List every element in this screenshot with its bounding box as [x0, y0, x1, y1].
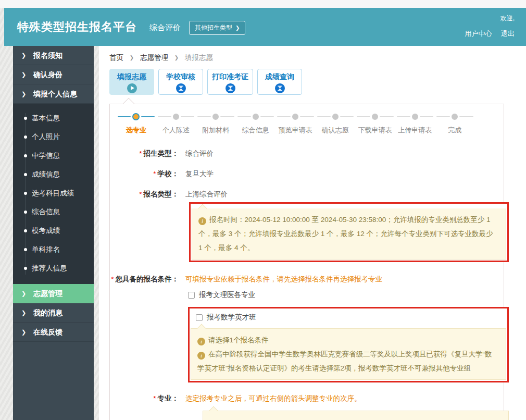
sidebar-item-personal-info[interactable]: 填报个人信息 [13, 84, 94, 104]
status-tabs: 填报志愿 学校审核 打印准考证 成绩查询 [109, 69, 526, 95]
info-icon [197, 352, 205, 360]
step-dot [452, 114, 458, 120]
tab-fill-volunteer[interactable]: 填报志愿 [109, 69, 154, 95]
step-additional-materials: 附加材料 [196, 113, 236, 135]
sidebar-subitem-photo[interactable]: 个人照片 [13, 128, 94, 146]
sidebar-item-online-feedback[interactable]: 在线反馈 [13, 323, 94, 342]
user-center-link[interactable]: 用户中心 [465, 30, 492, 38]
row-major: *专业： 选定报考专业之后，可通过右侧的箭头调整专业的次序。 [110, 394, 504, 403]
sidebar-item-identity[interactable]: 确认身份 [13, 65, 94, 84]
chevron-right-icon: ❯ [235, 25, 240, 31]
step-dot [212, 114, 219, 120]
sidebar-subitem-comprehensive-info[interactable]: 综合信息 [13, 203, 94, 221]
tab-school-review[interactable]: 学校审核 [158, 69, 203, 95]
step-personal-statement: 个人陈述 [156, 113, 196, 135]
required-marker: * [111, 275, 114, 283]
apply-type-value: 上海综合评价 [185, 190, 228, 199]
app-title: 特殊类型招生报名平台 [17, 19, 137, 35]
logout-link[interactable]: 退出 [501, 30, 515, 38]
info-icon [198, 217, 206, 225]
step-complete: 完成 [435, 113, 475, 135]
chevron-right-icon [21, 91, 26, 97]
sidebar-subsection: 基本信息 个人照片 中学信息 成绩信息 选考科目成绩 综合信息 模考成绩 单科排… [13, 104, 94, 284]
sidebar-subitem-subject-rank[interactable]: 单科排名 [13, 240, 94, 259]
bullet-icon [24, 211, 27, 214]
breadcrumb: 首页 ❯ 志愿管理 ❯ 填报志愿 [99, 46, 526, 63]
sidebar: 报名须知 确认身份 填报个人信息 基本信息 个人照片 中学信息 成绩信息 选考科… [13, 46, 94, 420]
conditions-hint: 可填报专业依赖于报名条件，请先选择报名条件再选择报考专业 [185, 275, 382, 284]
bullet-icon [24, 248, 27, 251]
step-comprehensive-info: 综合信息 [236, 113, 276, 135]
step-select-major: 选专业 [116, 113, 156, 135]
step-dot [292, 114, 298, 120]
step-download-application: 下载申请表 [355, 113, 395, 135]
breadcrumb-current: 填报志愿 [185, 54, 213, 61]
sidebar-subitem-mock-exam[interactable]: 模考成绩 [13, 221, 94, 240]
play-icon [127, 83, 137, 93]
required-marker: * [153, 170, 156, 178]
sidebar-subitem-referee-info[interactable]: 推荐人信息 [13, 259, 94, 278]
annotation-box-time-notice: 报名时间：2024-05-12 10:00:00 至 2024-05-30 23… [189, 202, 509, 262]
other-admission-types-button[interactable]: 其他招生类型 ❯ [189, 21, 245, 35]
notice-notch [209, 406, 218, 415]
progress-stepper: 选专业 个人陈述 附加材料 综合信息 预览申请表 确认志愿 [116, 113, 498, 135]
school-value: 复旦大学 [185, 169, 214, 179]
required-marker: * [139, 190, 142, 198]
welcome-text: 欢迎, [457, 14, 515, 23]
row-school: *学校： 复旦大学 [110, 169, 504, 179]
required-marker: * [139, 150, 142, 157]
checkbox-row-general-majors: 报考文理医各专业 [188, 290, 504, 300]
step-upload-application: 上传申请表 [395, 113, 435, 135]
checkbox-row-math-class: 报考数学英才班 [196, 313, 506, 322]
sidebar-subitem-school-info[interactable]: 中学信息 [13, 146, 94, 165]
breadcrumb-home[interactable]: 首页 [109, 54, 123, 61]
chevron-right-icon [21, 310, 26, 316]
step-dot [253, 114, 259, 120]
bullet-icon [24, 173, 27, 176]
sidebar-subitem-basic-info[interactable]: 基本信息 [13, 109, 94, 128]
chevron-right-icon [21, 71, 26, 78]
sidebar-item-volunteer-management[interactable]: 志愿管理 [13, 284, 94, 303]
app-header: 特殊类型招生报名平台 综合评价 其他招生类型 ❯ 欢迎, 用户中心 退出 [4, 8, 526, 46]
chevron-right-icon [21, 290, 26, 297]
breadcrumb-volunteer-management[interactable]: 志愿管理 [140, 54, 168, 61]
form-panel: 选专业 个人陈述 附加材料 综合信息 预览申请表 确认志愿 [109, 104, 504, 420]
bullet-icon [24, 135, 27, 139]
step-dot [132, 113, 140, 120]
chevron-right-icon: ❯ [174, 55, 179, 60]
bullet-icon [24, 229, 27, 232]
sidebar-item-my-messages[interactable]: 我的消息 [13, 303, 94, 323]
bullet-icon [24, 267, 27, 270]
row-apply-type: *报名类型： 上海综合评价 [110, 190, 504, 199]
sidebar-subitem-grades[interactable]: 成绩信息 [13, 165, 94, 184]
step-preview-application: 预览申请表 [275, 113, 316, 135]
row-conditions: *您具备的报名条件： 可填报专业依赖于报名条件，请先选择报名条件再选择报考专业 [110, 275, 504, 284]
hourglass-icon [275, 83, 285, 93]
sidebar-subitem-subject-scores[interactable]: 选考科目成绩 [13, 184, 94, 203]
notice-notch [198, 204, 207, 213]
hourglass-icon [176, 83, 186, 93]
bullet-icon [24, 117, 27, 120]
major-hint: 选定报考专业之后，可通过右侧的箭头调整专业的次序。 [185, 394, 361, 403]
hourglass-icon [226, 83, 235, 93]
checkbox-math-class[interactable] [196, 314, 203, 321]
tab-print-admission-ticket[interactable]: 打印准考证 [207, 69, 253, 95]
major-notice: 1.除数学英才班外，本次报名的专业志愿为预填报，可兼报任意符合选考科目要求的专业… [203, 411, 509, 420]
conditions-notice: 请选择1个报名条件 在高中阶段获得全国中学生数学奥林匹克竞赛省级二等奖及以上奖项… [191, 328, 506, 380]
bullet-icon [24, 192, 27, 195]
enroll-type-value: 综合评价 [185, 149, 214, 158]
tab-score-inquiry[interactable]: 成绩查询 [257, 69, 302, 95]
time-notice: 报名时间：2024-05-12 10:00:00 至 2024-05-30 23… [192, 208, 506, 260]
step-dot [332, 114, 339, 120]
notice-notch [197, 324, 206, 333]
annotation-box-math-class: 报考数学英才班 请选择1个报名条件 在高中阶段获得全国中学生数学奥林匹克竞赛省级… [188, 307, 509, 382]
chevron-right-icon [21, 52, 26, 58]
chevron-right-icon [21, 329, 26, 335]
checkbox-general-majors[interactable] [188, 292, 195, 299]
main-content: 首页 ❯ 志愿管理 ❯ 填报志愿 填报志愿 学校审核 打印准考证 成绩查询 [99, 46, 526, 420]
sidebar-item-notice[interactable]: 报名须知 [13, 46, 94, 65]
step-confirm-volunteer: 确认志愿 [316, 113, 356, 135]
bullet-icon [24, 154, 27, 157]
step-dot [372, 114, 378, 120]
top-strip [0, 0, 526, 8]
